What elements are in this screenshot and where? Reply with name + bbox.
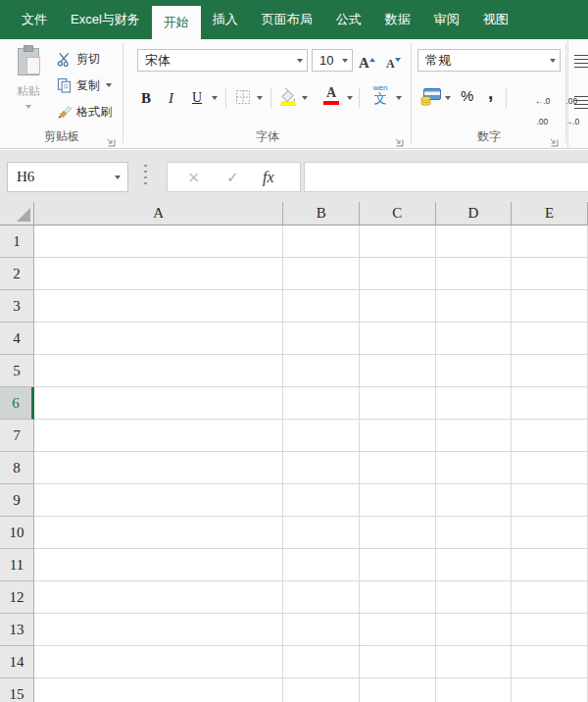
- cell[interactable]: [34, 517, 283, 549]
- cell[interactable]: [512, 323, 588, 355]
- tab-formulas[interactable]: 公式: [324, 0, 373, 39]
- column-header-d[interactable]: D: [436, 202, 513, 226]
- row-header-14[interactable]: 14: [0, 646, 34, 678]
- column-header-e[interactable]: E: [512, 202, 588, 226]
- cell[interactable]: [436, 355, 513, 387]
- select-all-button[interactable]: [0, 202, 34, 226]
- cell[interactable]: [34, 387, 283, 420]
- cell[interactable]: [436, 517, 513, 549]
- cell[interactable]: [436, 678, 513, 702]
- cell[interactable]: [512, 614, 588, 646]
- comma-style-button[interactable]: ,: [488, 82, 493, 104]
- cut-button[interactable]: 剪切: [57, 48, 100, 70]
- tab-excel-finance[interactable]: Excel与财务: [59, 0, 152, 39]
- cell[interactable]: [360, 323, 436, 355]
- formula-input[interactable]: [304, 162, 588, 192]
- clipboard-dialog-launcher-icon[interactable]: [105, 133, 116, 144]
- cell[interactable]: [34, 646, 283, 678]
- cell[interactable]: [360, 258, 436, 290]
- cell[interactable]: [34, 581, 283, 614]
- cell[interactable]: [360, 355, 436, 387]
- cell[interactable]: [283, 226, 360, 258]
- column-header-a[interactable]: A: [34, 202, 283, 226]
- cell[interactable]: [360, 452, 436, 484]
- row-header-5[interactable]: 5: [0, 355, 34, 387]
- paste-dropdown-icon[interactable]: [25, 105, 31, 109]
- cell[interactable]: [512, 581, 588, 614]
- cell[interactable]: [436, 323, 513, 355]
- cell[interactable]: [436, 484, 513, 517]
- number-format-combo[interactable]: 常规: [417, 49, 561, 72]
- borders-dropdown-icon[interactable]: [257, 96, 263, 100]
- cell[interactable]: [436, 290, 513, 323]
- underline-button[interactable]: U: [192, 90, 202, 106]
- tab-data[interactable]: 数据: [373, 0, 422, 39]
- bold-button[interactable]: B: [141, 90, 151, 107]
- cell[interactable]: [512, 420, 588, 452]
- formula-bar-resize-handle[interactable]: [144, 165, 147, 188]
- row-header-12[interactable]: 12: [0, 581, 34, 614]
- cell[interactable]: [283, 355, 360, 387]
- column-header-b[interactable]: B: [283, 202, 360, 226]
- cell[interactable]: [512, 226, 588, 258]
- tab-insert[interactable]: 插入: [201, 0, 250, 39]
- cell[interactable]: [34, 258, 283, 290]
- cell[interactable]: [360, 226, 436, 258]
- tab-review[interactable]: 审阅: [422, 0, 471, 39]
- align-lines-icon[interactable]: [574, 55, 588, 68]
- cell[interactable]: [34, 484, 283, 517]
- cell[interactable]: [436, 420, 513, 452]
- cell[interactable]: [512, 290, 588, 323]
- paste-button[interactable]: 粘贴: [4, 44, 53, 128]
- cell[interactable]: [34, 355, 283, 387]
- cell[interactable]: [283, 323, 360, 355]
- phonetic-dropdown-icon[interactable]: [396, 96, 402, 100]
- copy-dropdown-icon[interactable]: [106, 83, 112, 87]
- cell[interactable]: [436, 614, 513, 646]
- cell[interactable]: [283, 290, 360, 323]
- underline-dropdown-icon[interactable]: [212, 96, 218, 100]
- cell[interactable]: [512, 517, 588, 549]
- font-dialog-launcher-icon[interactable]: [393, 133, 404, 144]
- cell[interactable]: [360, 484, 436, 517]
- accounting-format-button[interactable]: [419, 87, 442, 110]
- number-dialog-launcher-icon[interactable]: [548, 133, 559, 144]
- cell[interactable]: [34, 678, 283, 702]
- cell[interactable]: [512, 678, 588, 702]
- cell[interactable]: [512, 452, 588, 484]
- align-lines-icon[interactable]: [574, 96, 588, 109]
- cell[interactable]: [34, 290, 283, 323]
- cell[interactable]: [283, 258, 360, 290]
- tab-home[interactable]: 开始: [152, 6, 201, 39]
- cell[interactable]: [283, 420, 360, 452]
- cell[interactable]: [512, 355, 588, 387]
- cell[interactable]: [512, 646, 588, 678]
- cell[interactable]: [436, 258, 513, 290]
- row-header-6[interactable]: 6: [0, 387, 34, 420]
- cell[interactable]: [283, 517, 360, 549]
- cell[interactable]: [436, 549, 513, 581]
- tab-view[interactable]: 视图: [471, 0, 520, 39]
- cell[interactable]: [360, 517, 436, 549]
- cell[interactable]: [512, 549, 588, 581]
- row-header-2[interactable]: 2: [0, 258, 34, 290]
- row-header-9[interactable]: 9: [0, 484, 34, 517]
- borders-button[interactable]: [235, 89, 251, 109]
- cell[interactable]: [360, 290, 436, 323]
- fill-color-button[interactable]: [278, 86, 298, 110]
- name-box-dropdown-icon[interactable]: [115, 176, 121, 179]
- cell[interactable]: [512, 484, 588, 517]
- row-header-15[interactable]: 15: [0, 678, 34, 702]
- enter-button[interactable]: ✓: [226, 169, 239, 186]
- column-header-c[interactable]: C: [360, 202, 436, 226]
- fill-color-dropdown-icon[interactable]: [302, 96, 308, 100]
- cell[interactable]: [283, 581, 360, 614]
- cell[interactable]: [360, 678, 436, 702]
- cell[interactable]: [360, 646, 436, 678]
- row-header-3[interactable]: 3: [0, 290, 34, 323]
- row-header-11[interactable]: 11: [0, 549, 34, 581]
- cell[interactable]: [283, 484, 360, 517]
- font-color-dropdown-icon[interactable]: [347, 96, 353, 100]
- accounting-dropdown-icon[interactable]: [445, 96, 451, 100]
- italic-button[interactable]: I: [169, 90, 173, 107]
